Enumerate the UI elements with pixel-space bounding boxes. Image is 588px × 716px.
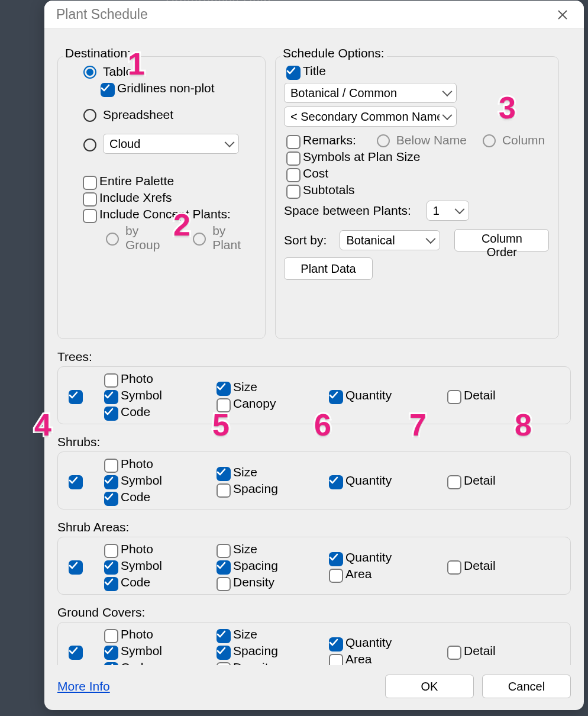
destination-spreadsheet-label[interactable]: Spreadsheet bbox=[103, 108, 173, 122]
column-order-button[interactable]: Column Order bbox=[454, 229, 549, 251]
gc-quantity-label[interactable]: Quantity bbox=[345, 636, 392, 650]
shrubs-symbol-checkbox[interactable] bbox=[104, 475, 118, 489]
cost-checkbox[interactable] bbox=[286, 168, 301, 182]
shrubareas-size-label[interactable]: Size bbox=[233, 542, 257, 556]
cost-label[interactable]: Cost bbox=[303, 166, 328, 180]
destination-table-radio[interactable] bbox=[83, 66, 96, 79]
shrubareas-symbol-checkbox[interactable] bbox=[104, 560, 118, 575]
destination-spreadsheet-radio[interactable] bbox=[83, 109, 96, 122]
remarks-checkbox[interactable] bbox=[286, 135, 301, 149]
shrubs-photo-label[interactable]: Photo bbox=[121, 457, 153, 471]
gc-spacing-label[interactable]: Spacing bbox=[233, 644, 278, 658]
trees-enable-checkbox[interactable] bbox=[69, 390, 83, 404]
shrubs-size-label[interactable]: Size bbox=[233, 465, 257, 479]
entire-palette-checkbox[interactable] bbox=[83, 176, 97, 190]
shrubs-quantity-label[interactable]: Quantity bbox=[345, 473, 392, 488]
trees-symbol-label[interactable]: Symbol bbox=[121, 388, 162, 402]
gc-spacing-checkbox[interactable] bbox=[217, 646, 231, 660]
include-xrefs-label[interactable]: Include Xrefs bbox=[99, 191, 172, 205]
close-button[interactable] bbox=[553, 5, 572, 24]
shrubs-code-checkbox[interactable] bbox=[104, 492, 118, 506]
trees-quantity-checkbox[interactable] bbox=[329, 390, 343, 404]
symbols-plan-checkbox[interactable] bbox=[286, 151, 301, 166]
shrubs-detail-checkbox[interactable] bbox=[447, 475, 461, 489]
gc-enable-checkbox[interactable] bbox=[69, 646, 83, 660]
ok-button[interactable]: OK bbox=[385, 675, 474, 698]
space-between-select[interactable]: 1 bbox=[427, 201, 469, 221]
plant-data-button[interactable]: Plant Data bbox=[284, 257, 373, 280]
trees-code-label[interactable]: Code bbox=[121, 405, 150, 419]
shrubareas-symbol-label[interactable]: Symbol bbox=[121, 559, 162, 573]
shrubareas-density-label[interactable]: Density bbox=[233, 575, 274, 589]
shrubareas-enable-checkbox[interactable] bbox=[69, 560, 83, 575]
shrubareas-spacing-label[interactable]: Spacing bbox=[233, 559, 278, 573]
trees-photo-label[interactable]: Photo bbox=[121, 372, 153, 386]
title-label[interactable]: Title bbox=[303, 64, 326, 78]
trees-canopy-checkbox[interactable] bbox=[217, 398, 231, 412]
remarks-label[interactable]: Remarks: bbox=[303, 133, 356, 147]
more-info-link[interactable]: More Info bbox=[57, 679, 110, 694]
sort-by-select[interactable]: Botanical bbox=[340, 230, 440, 250]
shrubareas-area-checkbox[interactable] bbox=[329, 569, 343, 583]
shrubareas-code-checkbox[interactable] bbox=[104, 577, 118, 591]
gc-symbol-checkbox[interactable] bbox=[104, 646, 118, 660]
cancel-button[interactable]: Cancel bbox=[482, 675, 571, 698]
include-xrefs-checkbox[interactable] bbox=[83, 192, 97, 207]
trees-code-checkbox[interactable] bbox=[104, 407, 118, 421]
shrubs-spacing-checkbox[interactable] bbox=[217, 483, 231, 498]
trees-size-label[interactable]: Size bbox=[233, 380, 257, 394]
title-checkbox[interactable] bbox=[286, 66, 301, 80]
shrubareas-detail-checkbox[interactable] bbox=[447, 560, 461, 575]
secondary-name-select[interactable]: < Secondary Common Name bbox=[284, 107, 457, 127]
gc-photo-label[interactable]: Photo bbox=[121, 627, 153, 641]
destination-cloud-radio[interactable] bbox=[83, 138, 96, 151]
shrubs-enable-checkbox[interactable] bbox=[69, 475, 83, 489]
shrubareas-quantity-checkbox[interactable] bbox=[329, 552, 343, 566]
entire-palette-label[interactable]: Entire Palette bbox=[99, 174, 174, 188]
trees-photo-checkbox[interactable] bbox=[104, 373, 118, 388]
gc-size-label[interactable]: Size bbox=[233, 627, 257, 641]
trees-size-checkbox[interactable] bbox=[217, 382, 231, 396]
gc-detail-checkbox[interactable] bbox=[447, 646, 461, 660]
gc-code-label[interactable]: Code bbox=[121, 660, 150, 665]
shrubareas-spacing-checkbox[interactable] bbox=[217, 560, 231, 575]
gc-size-checkbox[interactable] bbox=[217, 629, 231, 643]
include-concept-checkbox[interactable] bbox=[83, 209, 97, 223]
trees-detail-label[interactable]: Detail bbox=[464, 388, 496, 402]
gc-area-label[interactable]: Area bbox=[345, 652, 371, 665]
trees-symbol-checkbox[interactable] bbox=[104, 390, 118, 404]
shrubareas-detail-label[interactable]: Detail bbox=[464, 559, 496, 573]
symbols-plan-label[interactable]: Symbols at Plan Size bbox=[303, 150, 420, 164]
gc-code-checkbox[interactable] bbox=[104, 662, 118, 665]
trees-quantity-label[interactable]: Quantity bbox=[345, 388, 392, 402]
trees-detail-checkbox[interactable] bbox=[447, 390, 461, 404]
gc-area-checkbox[interactable] bbox=[329, 654, 343, 665]
gc-photo-checkbox[interactable] bbox=[104, 629, 118, 643]
gridlines-label[interactable]: Gridlines non-plot bbox=[117, 81, 215, 95]
subtotals-label[interactable]: Subtotals bbox=[303, 183, 355, 197]
trees-canopy-label[interactable]: Canopy bbox=[233, 396, 276, 411]
shrubareas-size-checkbox[interactable] bbox=[217, 544, 231, 558]
gc-detail-label[interactable]: Detail bbox=[464, 644, 496, 658]
shrubareas-area-label[interactable]: Area bbox=[345, 567, 371, 581]
shrubareas-code-label[interactable]: Code bbox=[121, 575, 150, 589]
gridlines-checkbox[interactable] bbox=[101, 83, 115, 97]
shrubareas-photo-checkbox[interactable] bbox=[104, 544, 118, 558]
shrubs-detail-label[interactable]: Detail bbox=[464, 473, 496, 488]
shrubs-symbol-label[interactable]: Symbol bbox=[121, 473, 162, 488]
subtotals-checkbox[interactable] bbox=[286, 185, 301, 199]
shrubareas-photo-label[interactable]: Photo bbox=[121, 542, 153, 556]
shrubs-spacing-label[interactable]: Spacing bbox=[233, 482, 278, 496]
gc-symbol-label[interactable]: Symbol bbox=[121, 644, 162, 658]
include-concept-label[interactable]: Include Concept Plants: bbox=[99, 207, 231, 221]
shrubs-photo-checkbox[interactable] bbox=[104, 459, 118, 473]
gc-density-checkbox[interactable] bbox=[217, 662, 231, 665]
cloud-select[interactable]: Cloud bbox=[103, 134, 239, 154]
shrubareas-quantity-label[interactable]: Quantity bbox=[345, 550, 392, 565]
name-order-select[interactable]: Botanical / Common bbox=[284, 83, 457, 103]
gc-quantity-checkbox[interactable] bbox=[329, 637, 343, 652]
shrubs-code-label[interactable]: Code bbox=[121, 490, 150, 504]
destination-table-label[interactable]: Table bbox=[103, 64, 133, 79]
shrubs-quantity-checkbox[interactable] bbox=[329, 475, 343, 489]
shrubareas-density-checkbox[interactable] bbox=[217, 577, 231, 591]
